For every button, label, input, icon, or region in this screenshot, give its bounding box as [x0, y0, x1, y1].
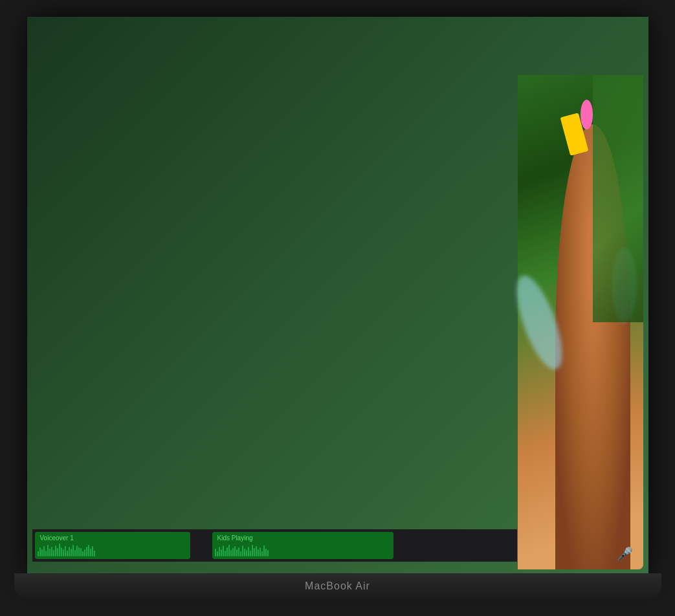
kids-playing-label: Kids Playing — [217, 534, 253, 542]
microphone-icon[interactable]: 🎤 — [617, 546, 633, 562]
laptop-outer: ‹ Projects ⊞ ⬇ Cousins Trip ◑ ◈ ⬚ My — [14, 17, 661, 599]
preview-video: 🎤 — [518, 75, 643, 569]
timeline-area: 00:13 / 00:24 — [32, 465, 517, 569]
timeline-clip-trees[interactable] — [444, 480, 515, 527]
audio-track-kids-playing[interactable]: Kids Playing — [212, 532, 393, 559]
main-content: ⊡ Lake Trip All Clips ⌄ 🔍 ⚙ — [32, 75, 643, 569]
screen: ‹ Projects ⊞ ⬇ Cousins Trip ◑ ◈ ⬚ My — [32, 22, 643, 569]
laptop-brand-label: MacBook Air — [305, 580, 370, 592]
voiceover-label: Voiceover 1 — [40, 534, 74, 542]
timeline-audio-tracks: Voiceover 1 — [32, 529, 517, 562]
preview-panel: 🎤 — [518, 75, 643, 569]
timeline-clips — [32, 478, 517, 529]
voiceover-waveform — [38, 544, 188, 556]
kids-playing-waveform — [215, 544, 391, 556]
media-panel: ⊡ Lake Trip All Clips ⌄ 🔍 ⚙ — [32, 75, 518, 569]
screen-bezel: ‹ Projects ⊞ ⬇ Cousins Trip ◑ ◈ ⬚ My — [27, 17, 648, 575]
preview-image — [518, 75, 643, 569]
laptop-body: MacBook Air — [14, 573, 661, 599]
audio-track-voiceover[interactable]: Voiceover 1 — [35, 532, 190, 559]
